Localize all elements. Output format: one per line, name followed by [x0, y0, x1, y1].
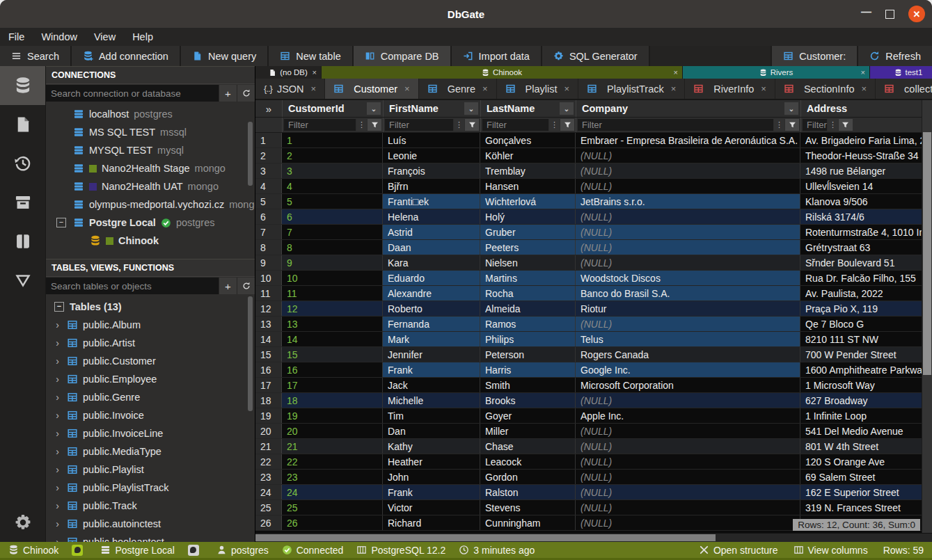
cell-address[interactable]: Sřnder Boulevard 51	[800, 255, 932, 270]
status-item[interactable]	[72, 545, 87, 556]
cell-address[interactable]: Rilská 3174/6	[800, 209, 932, 224]
table-tab[interactable]: SectionInfo ×	[775, 79, 876, 99]
table-tree-item[interactable]: › public.autoinctest	[46, 515, 255, 533]
cell-lastname[interactable]: Köhler	[480, 148, 576, 163]
cell-company[interactable]: (NULL)	[576, 393, 800, 408]
close-icon[interactable]: ×	[313, 68, 317, 77]
chevron-right-icon[interactable]: ›	[53, 319, 62, 330]
cell-customerid[interactable]: 4	[282, 179, 383, 193]
cell-address[interactable]: Av. Brigadeiro Faria Lima, 2170	[800, 133, 932, 147]
filter-menu-button[interactable]: ⋮	[828, 119, 838, 131]
refresh-connections-button[interactable]	[237, 85, 255, 102]
menu-item[interactable]: Help	[132, 31, 153, 42]
vertical-scrollbar-thumb[interactable]	[923, 132, 931, 375]
cell-company[interactable]: (NULL)	[576, 209, 800, 224]
connection-item[interactable]: − localhost postgres	[46, 105, 255, 123]
row-number[interactable]: 12	[255, 301, 282, 316]
database-tab[interactable]: Chinook ×	[322, 66, 683, 79]
expand-columns-button[interactable]: »	[255, 100, 283, 117]
status-item[interactable]: Chinook	[8, 545, 58, 556]
cell-lastname[interactable]: Philips	[480, 332, 576, 346]
filter-input[interactable]: Filter	[578, 119, 773, 131]
filter-menu-button[interactable]: ⋮	[549, 119, 560, 131]
cell-firstname[interactable]: Tim	[383, 408, 480, 423]
chevron-right-icon[interactable]: ›	[53, 536, 62, 542]
cell-customerid[interactable]: 14	[282, 332, 383, 346]
table-row[interactable]: 10 10 Eduardo Martins Woodstock Discos R…	[255, 271, 932, 286]
cell-company[interactable]: JetBrains s.r.o.	[576, 194, 800, 209]
chevron-right-icon[interactable]: ›	[53, 337, 62, 349]
connection-item[interactable]: − Nano2Health UAT mongo	[46, 177, 255, 195]
status-item[interactable]: Postgre Local	[100, 545, 175, 556]
table-tab[interactable]: Genre ×	[419, 79, 497, 99]
cell-company[interactable]: (NULL)	[576, 424, 800, 438]
cell-lastname[interactable]: Martins	[480, 271, 576, 285]
cell-lastname[interactable]: Chase	[480, 439, 576, 454]
rail-button[interactable]	[0, 105, 45, 144]
row-number[interactable]: 1	[255, 133, 282, 147]
database-tab[interactable]: test1 ×	[870, 66, 932, 79]
add-connection-icon-button[interactable]: +	[219, 85, 237, 102]
filter-icon-button[interactable]	[785, 119, 799, 131]
cell-firstname[interactable]: Helena	[383, 209, 480, 224]
toolbar-button[interactable]: Compare DB	[354, 46, 452, 66]
cell-company[interactable]: (NULL)	[576, 225, 800, 239]
settings-button[interactable]	[0, 509, 45, 536]
filter-icon-button[interactable]	[839, 119, 853, 131]
horizontal-scrollbar[interactable]	[255, 533, 932, 542]
connection-item[interactable]: − Postgre Local postgres	[46, 214, 255, 232]
table-row[interactable]: 17 17 Jack Smith Microsoft Corporation 1…	[255, 378, 932, 393]
table-row[interactable]: 6 6 Helena Holý (NULL) Rilská 3174/6	[255, 209, 932, 225]
cell-lastname[interactable]: Gruber	[480, 225, 576, 239]
cell-lastname[interactable]: Ralston	[480, 485, 576, 499]
connection-item[interactable]: − MYSQL TEST mysql	[46, 141, 255, 159]
cell-address[interactable]: 801 W 4th Street	[800, 439, 932, 454]
chevron-right-icon[interactable]: ›	[53, 355, 62, 367]
table-tab[interactable]: Playlist ×	[497, 79, 579, 99]
row-number[interactable]: 14	[255, 332, 282, 346]
chevron-right-icon[interactable]: ›	[53, 374, 62, 385]
column-dropdown-button[interactable]: ⌄	[560, 102, 574, 115]
cell-customerid[interactable]: 13	[282, 317, 383, 331]
cell-firstname[interactable]: Dan	[383, 424, 480, 438]
row-number[interactable]: 21	[255, 439, 282, 454]
cell-address[interactable]: Qe 7 Bloco G	[800, 317, 932, 331]
cell-customerid[interactable]: 16	[282, 362, 383, 377]
chevron-right-icon[interactable]: ›	[53, 410, 62, 421]
cell-lastname[interactable]: Tremblay	[480, 163, 576, 178]
table-row[interactable]: 23 23 John Gordon (NULL) 69 Salem Street	[255, 470, 932, 485]
database-tab[interactable]: (no DB) ×	[255, 66, 322, 79]
cell-company[interactable]: (NULL)	[576, 454, 800, 469]
cell-firstname[interactable]: Jack	[383, 378, 480, 392]
table-row[interactable]: 13 13 Fernanda Ramos (NULL) Qe 7 Bloco G	[255, 317, 932, 332]
menu-item[interactable]: View	[94, 31, 116, 42]
chevron-right-icon[interactable]: ›	[53, 464, 62, 475]
cell-lastname[interactable]: Cunningham	[480, 515, 576, 530]
cell-address[interactable]: 69 Salem Street	[800, 470, 932, 484]
menu-item[interactable]: File	[8, 31, 24, 42]
close-icon[interactable]: ×	[311, 83, 317, 94]
toolbar-button[interactable]: SQL Generator	[542, 46, 650, 66]
connections-scrollbar[interactable]	[248, 122, 253, 186]
table-row[interactable]: 19 19 Tim Goyer Apple Inc. 1 Infinite Lo…	[255, 408, 932, 424]
column-dropdown-button[interactable]: ⌄	[464, 102, 478, 115]
cell-company[interactable]: Banco do Brasil S.A.	[576, 286, 800, 301]
row-number[interactable]: 18	[255, 393, 282, 408]
close-icon[interactable]: ×	[671, 83, 677, 94]
cell-company[interactable]: (NULL)	[576, 485, 800, 499]
cell-address[interactable]: 1498 rue Bélanger	[800, 163, 932, 178]
cell-company[interactable]: Riotur	[576, 301, 800, 316]
horizontal-scrollbar-thumb[interactable]	[255, 534, 716, 541]
cell-lastname[interactable]: Peeters	[480, 240, 576, 255]
cell-lastname[interactable]: Miller	[480, 424, 576, 438]
column-dropdown-button[interactable]: ⌄	[784, 102, 798, 115]
table-row[interactable]: 12 12 Roberto Almeida Riotur Praça Pio X…	[255, 301, 932, 317]
table-row[interactable]: 3 3 François Tremblay (NULL) 1498 rue Bé…	[255, 163, 932, 179]
cell-address[interactable]: Klanova 9/506	[800, 194, 932, 209]
table-row[interactable]: 24 24 Frank Ralston (NULL) 162 E Superio…	[255, 485, 932, 500]
table-tab[interactable]: collection ×	[876, 79, 932, 99]
cell-customerid[interactable]: 26	[282, 515, 383, 530]
row-number[interactable]: 25	[255, 500, 282, 515]
cell-lastname[interactable]: Wichterlová	[480, 194, 576, 209]
column-header[interactable]: LastName ⌄	[481, 100, 576, 117]
